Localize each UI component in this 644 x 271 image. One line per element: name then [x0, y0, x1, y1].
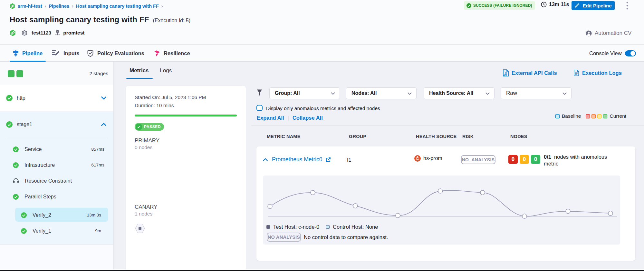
svg-text:API: API — [504, 74, 507, 76]
